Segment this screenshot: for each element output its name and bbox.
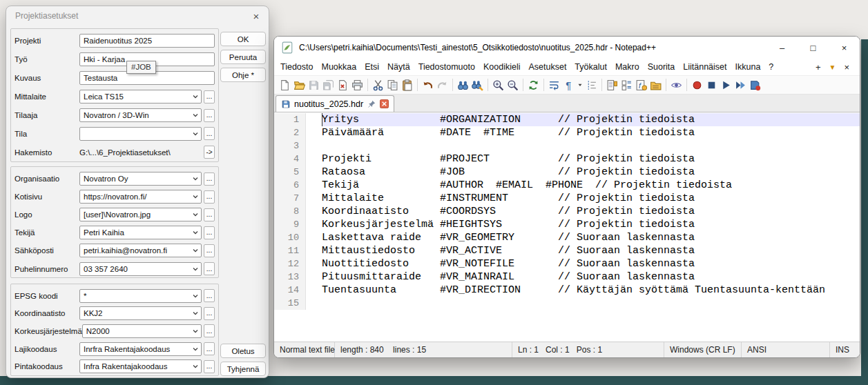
folder-workspace-icon[interactable] (648, 77, 663, 92)
macro-stop-icon[interactable] (704, 77, 719, 92)
sahkoposti-browse-button[interactable]: ... (204, 244, 215, 257)
tila-combobox[interactable] (79, 127, 202, 141)
hakemisto-open-button[interactable]: -> (204, 146, 215, 159)
puhelinnumero-combobox[interactable]: 03 357 2640 (79, 262, 202, 276)
menu-tiedosto[interactable]: Tiedosto (276, 60, 317, 74)
projekti-input[interactable]: Raidenuotitus 2025 (79, 34, 215, 48)
close-button[interactable]: × (829, 37, 860, 59)
logo-browse-button[interactable]: ... (204, 208, 215, 221)
dialog-close-icon[interactable]: × (244, 10, 269, 22)
close-file-icon[interactable] (336, 77, 350, 92)
macro-save-icon[interactable] (748, 77, 762, 92)
new-tab-button[interactable]: + (811, 62, 825, 72)
paste-icon[interactable] (400, 77, 414, 92)
show-symbols-icon[interactable]: ¶ (561, 77, 576, 92)
lajikoodaus-combobox[interactable]: Inrfra Rakentajakoodaus (79, 342, 202, 356)
doc-list-dropdown-icon[interactable]: ▼ (825, 63, 840, 71)
cut-icon[interactable] (371, 77, 385, 92)
undo-icon[interactable] (421, 77, 435, 92)
editor[interactable]: 1Yritys #ORGANIZATION // Projektin tiedo… (274, 112, 860, 342)
koordinaatisto-browse-button[interactable]: ... (204, 307, 215, 320)
editor-line-12[interactable]: 12Nuottitiedosto #VR_NOTEFILE // Suoraan… (274, 257, 860, 270)
zoom-in-icon[interactable] (491, 77, 505, 92)
lajikoodaus-browse-button[interactable]: ... (204, 342, 215, 355)
koordinaatisto-combobox[interactable]: KKJ2 (79, 306, 202, 320)
minimize-button[interactable]: – (766, 37, 798, 59)
korkeusjarjestelma-combobox[interactable]: N2000 (82, 324, 202, 338)
caret-down-icon[interactable] (576, 77, 584, 92)
editor-line-8[interactable]: 8Koordinaatisto #COORDSYS // Projektin t… (274, 205, 860, 218)
puhelinnumero-browse-button[interactable]: ... (204, 262, 215, 275)
menu-suorita[interactable]: Suorita (644, 60, 679, 74)
macro-play-icon[interactable] (719, 77, 733, 92)
epsg-koodi-browse-button[interactable]: ... (204, 289, 215, 302)
menu-tyokalut[interactable]: Työkalut (570, 60, 611, 74)
editor-line-13[interactable]: 13Pituusmittaraide #VR_MAINRAIL // Suora… (274, 270, 860, 284)
editor-line-4[interactable]: 4Projekti #PROJECT // Projektin tiedoist… (274, 152, 860, 166)
new-file-icon[interactable] (278, 77, 292, 92)
menu-help[interactable]: ? (764, 60, 778, 74)
editor-line-6[interactable]: 6Tekijä #AUTHOR #EMAIL #PHONE // Projekt… (274, 179, 860, 192)
organisaatio-combobox[interactable]: Novatron Oy (79, 172, 202, 186)
kotisivu-browse-button[interactable]: ... (204, 190, 215, 204)
dialog-titlebar[interactable]: Projektiasetukset × (6, 6, 269, 26)
find-icon[interactable] (456, 77, 470, 92)
status-eol-format[interactable]: Windows (CR LF) (664, 342, 742, 357)
maximize-button[interactable]: □ (798, 37, 829, 59)
editor-line-9[interactable]: 9Korkeusjärjestelmä #HEIGHTSYS // Projek… (274, 218, 860, 231)
clear-button[interactable]: Tyhjennä (220, 362, 266, 376)
zoom-out-icon[interactable] (505, 77, 520, 92)
tilaaja-browse-button[interactable]: ... (204, 109, 215, 122)
editor-line-15[interactable]: 15 (274, 297, 860, 310)
menu-tiedostomuoto[interactable]: Tiedostomuoto (414, 60, 479, 74)
pintakoodaus-browse-button[interactable]: ... (204, 360, 215, 373)
doc-list-icon[interactable] (619, 77, 634, 92)
copy-icon[interactable] (385, 77, 400, 92)
open-file-icon[interactable] (292, 77, 307, 92)
macro-run-icon[interactable] (733, 77, 748, 92)
status-typing-mode[interactable]: INS (830, 342, 860, 357)
menu-muokkaa[interactable]: Muokkaa (317, 60, 360, 74)
editor-tab[interactable]: nuotitus_2025.hdr (276, 95, 394, 112)
tila-browse-button[interactable]: ... (204, 127, 215, 140)
menu-ikkuna[interactable]: Ikkuna (731, 60, 765, 74)
editor-line-10[interactable]: 10Laskettava raide #VR_GEOMETRY // Suora… (274, 231, 860, 244)
word-wrap-icon[interactable] (547, 77, 561, 92)
editor-line-3[interactable]: 3 (274, 139, 860, 152)
korkeusjarjestelma-browse-button[interactable]: ... (204, 324, 215, 337)
epsg-koodi-combobox[interactable]: * (79, 289, 202, 303)
menu-makro[interactable]: Makro (611, 60, 644, 74)
replace-icon[interactable] (470, 77, 485, 92)
cancel-button[interactable]: Peruuta (220, 50, 266, 64)
ok-button[interactable]: OK (220, 32, 266, 46)
indent-guide-icon[interactable] (584, 77, 599, 92)
editor-line-5[interactable]: 5Rataosa #JOB // Projektin tiedoista (274, 166, 860, 179)
editor-line-1[interactable]: 1Yritys #ORGANIZATION // Projektin tiedo… (274, 113, 860, 126)
menu-koodikieli[interactable]: Koodikieli (479, 60, 525, 74)
editor-line-2[interactable]: 2Päivämäärä #DATE #TIME // Projektin tie… (274, 126, 860, 139)
help-button[interactable]: Ohje * (220, 68, 266, 82)
function-list-icon[interactable]: f (634, 77, 648, 92)
menu-etsi[interactable]: Etsi (360, 60, 383, 74)
print-icon[interactable] (350, 77, 365, 92)
editor-line-14[interactable]: 14Tuentasuunta #VR_DIRECTION // Käyttäjä… (274, 284, 860, 297)
menu-nayta[interactable]: Näytä (383, 60, 414, 74)
mittalaite-browse-button[interactable]: ... (204, 90, 215, 103)
editor-line-7[interactable]: 7Mittalaite #INSTRUMENT // Projektin tie… (274, 192, 860, 205)
macro-record-icon[interactable] (690, 77, 704, 92)
sahkoposti-combobox[interactable]: petri.kaihia@novatron.fi (79, 244, 202, 257)
tilaaja-combobox[interactable]: Novatron / 3D-Win (79, 108, 202, 122)
menu-close-button[interactable]: × (840, 62, 853, 72)
pintakoodaus-combobox[interactable]: Infra Rakentajakoodaus (79, 359, 202, 373)
defaults-button[interactable]: Oletus (220, 344, 266, 358)
tekija-combobox[interactable]: Petri Kaihia (79, 226, 202, 239)
kotisivu-combobox[interactable]: https://novatron.fi/ (79, 190, 202, 204)
mittalaite-combobox[interactable]: Leica TS15 (79, 90, 202, 103)
tekija-browse-button[interactable]: ... (204, 226, 215, 239)
logo-combobox[interactable]: [user]\Novatron.jpg (79, 208, 202, 221)
menu-liitannaiset[interactable]: Liitännäiset (679, 60, 731, 74)
doc-map-icon[interactable] (605, 77, 619, 92)
notepad-titlebar[interactable]: C:\Users\petri.kaihia\Documents\Testi_ai… (274, 37, 860, 59)
organisaatio-browse-button[interactable]: ... (204, 172, 215, 186)
status-encoding[interactable]: ANSI (742, 342, 830, 357)
